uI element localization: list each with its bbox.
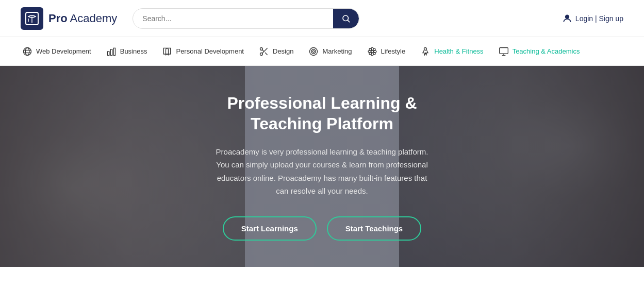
nav-item-health-fitness[interactable]: Health & Fitness	[414, 37, 489, 65]
nav-item-web-development[interactable]: Web Development	[15, 37, 97, 65]
screen-icon	[498, 46, 509, 57]
chart-icon	[106, 46, 117, 57]
hero-buttons: Start Learnings Start Teachings	[214, 216, 431, 241]
svg-line-4	[348, 20, 350, 22]
nav-item-marketing[interactable]: Marketing	[302, 37, 358, 65]
svg-point-30	[424, 47, 427, 50]
login-label: Login | Sign up	[575, 14, 623, 23]
scissors-icon	[258, 46, 270, 57]
svg-rect-11	[110, 49, 112, 55]
nav-item-teaching-academics[interactable]: Teaching & Academics	[492, 37, 586, 65]
user-icon	[562, 13, 572, 24]
start-teachings-button[interactable]: Start Teachings	[327, 216, 421, 241]
svg-point-5	[566, 15, 569, 19]
nav-item-lifestyle[interactable]: Lifestyle	[360, 37, 412, 65]
logo-text: Pro Academy	[48, 12, 117, 25]
logo-icon	[21, 7, 43, 30]
hero-content: Professional Learning & Teaching Platfor…	[204, 82, 441, 251]
nav-label-teaching-academics: Teaching & Academics	[513, 47, 580, 55]
nav-label-business: Business	[120, 47, 147, 55]
svg-point-18	[310, 47, 318, 55]
svg-line-16	[265, 53, 268, 55]
svg-point-6	[24, 47, 31, 55]
hero-description: Proacademy is very professional learning…	[214, 145, 431, 198]
nav-item-design[interactable]: Design	[252, 37, 300, 65]
svg-point-14	[260, 53, 263, 55]
search-button[interactable]	[333, 9, 359, 28]
hero-title: Professional Learning & Teaching Platfor…	[214, 93, 431, 134]
hero-section: Professional Learning & Teaching Platfor…	[0, 66, 644, 267]
svg-rect-31	[499, 47, 508, 54]
nav-item-personal-development[interactable]: Personal Development	[155, 37, 250, 65]
svg-rect-10	[107, 52, 109, 56]
target-icon	[308, 46, 319, 57]
nav-label-marketing: Marketing	[322, 47, 352, 55]
nav-item-business[interactable]: Business	[100, 37, 154, 65]
nav-label-lifestyle: Lifestyle	[381, 47, 406, 55]
globe-icon	[22, 46, 33, 57]
nav-label-web-development: Web Development	[36, 47, 91, 55]
header-right: Login | Sign up	[562, 13, 623, 24]
search-bar	[133, 8, 359, 29]
start-learnings-button[interactable]: Start Learnings	[223, 216, 317, 241]
svg-point-20	[313, 50, 315, 52]
login-link[interactable]: Login | Sign up	[562, 13, 623, 24]
nav-label-design: Design	[273, 47, 293, 55]
svg-point-13	[260, 47, 263, 50]
flower-icon	[367, 46, 378, 57]
svg-point-19	[311, 49, 316, 53]
nav-bar: Web Development Business Personal Develo…	[0, 37, 644, 66]
health-icon	[420, 46, 431, 57]
svg-rect-12	[113, 48, 115, 55]
nav-label-health-fitness: Health & Fitness	[434, 47, 483, 55]
nav-label-personal-development: Personal Development	[176, 47, 244, 55]
svg-line-17	[262, 49, 264, 51]
book-icon	[161, 46, 173, 57]
logo[interactable]: Pro Academy	[21, 7, 117, 30]
search-input[interactable]	[133, 9, 333, 28]
svg-point-7	[25, 47, 29, 55]
header: Pro Academy Login | Sign up	[0, 0, 644, 37]
